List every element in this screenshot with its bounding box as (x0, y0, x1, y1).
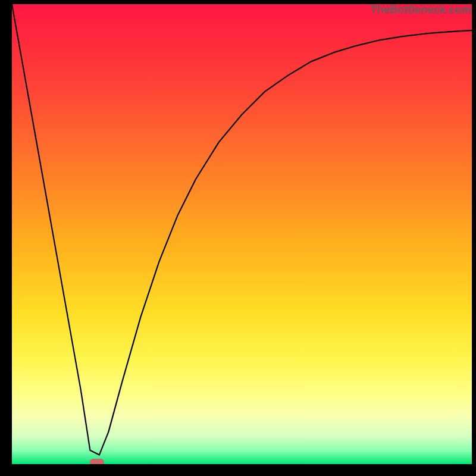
bottleneck-curve (12, 4, 472, 464)
minimum-marker (90, 459, 105, 464)
chart-frame: TheBottleneck.com (0, 0, 476, 476)
watermark-text: TheBottleneck.com (371, 4, 471, 16)
plot-area (12, 4, 472, 464)
curve-path (12, 4, 472, 455)
